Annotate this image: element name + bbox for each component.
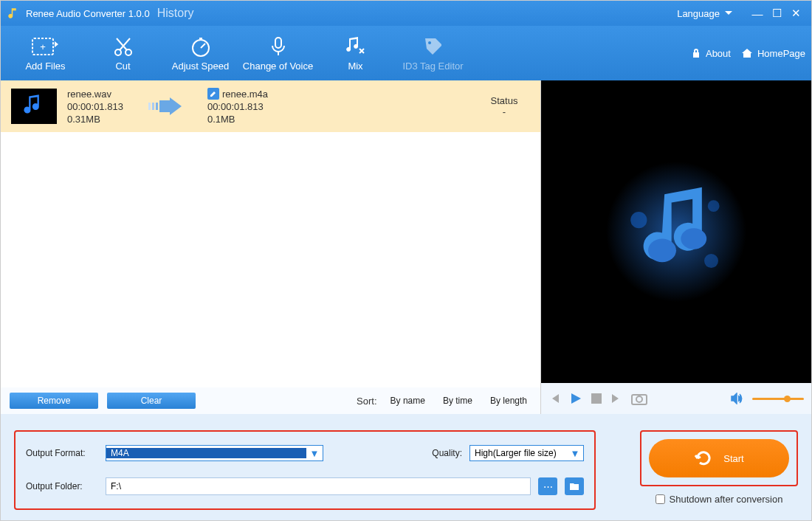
- source-filename: renee.wav: [67, 89, 123, 100]
- chevron-down-icon: ▼: [567, 448, 583, 459]
- home-icon: [741, 48, 753, 58]
- close-button[interactable]: ✕: [786, 7, 805, 20]
- shutdown-label: Shutdown after conversion: [670, 494, 783, 505]
- dest-size: 0.1MB: [207, 114, 268, 125]
- svg-point-13: [704, 254, 718, 268]
- format-value: M4A: [106, 448, 306, 458]
- svg-rect-8: [152, 103, 154, 110]
- output-panel: Output Format: M4A ▼ Quality: High(Large…: [1, 414, 811, 520]
- language-dropdown[interactable]: Language: [677, 8, 733, 19]
- sort-label: Sort:: [357, 396, 376, 407]
- homepage-link[interactable]: HomePage: [741, 48, 805, 59]
- cut-label: Cut: [115, 61, 130, 72]
- clear-button[interactable]: Clear: [107, 393, 196, 409]
- about-link[interactable]: About: [691, 48, 731, 59]
- volume-slider[interactable]: [752, 398, 804, 400]
- adjust-speed-button[interactable]: Adjust Speed: [162, 35, 239, 72]
- svg-point-12: [708, 200, 720, 212]
- add-files-label: Add Files: [25, 61, 65, 72]
- id3-editor-button: ID3 Tag Editor: [394, 35, 472, 72]
- svg-text:+: +: [40, 41, 46, 52]
- source-size: 0.31MB: [67, 114, 123, 125]
- change-voice-button[interactable]: Change of Voice: [239, 35, 317, 72]
- file-list: renee.wav 00:00:01.813 0.31MB renee.m4a …: [1, 80, 540, 387]
- quality-value: High(Larger file size): [470, 448, 567, 458]
- lock-icon: [691, 48, 701, 58]
- player-controls: [541, 383, 811, 414]
- preview-area: [541, 80, 811, 383]
- dest-filename: renee.m4a: [222, 89, 268, 100]
- app-logo-icon: [7, 7, 20, 20]
- svg-rect-7: [148, 103, 151, 110]
- preview-panel: [541, 80, 811, 414]
- change-voice-label: Change of Voice: [243, 61, 313, 72]
- start-button[interactable]: Start: [649, 439, 789, 477]
- mix-label: Mix: [348, 61, 362, 72]
- toolbar: + Add Files Cut Adjust Speed Change of V…: [1, 26, 811, 80]
- svg-point-11: [630, 212, 647, 228]
- svg-rect-5: [275, 38, 281, 48]
- start-box: Start: [640, 430, 798, 486]
- status-value: -: [478, 106, 530, 117]
- sort-by-name[interactable]: By name: [390, 396, 425, 406]
- play-button[interactable]: [569, 392, 582, 405]
- prev-button[interactable]: [548, 393, 560, 404]
- format-label: Output Format:: [26, 448, 98, 458]
- shutdown-checkbox[interactable]: Shutdown after conversion: [656, 494, 783, 505]
- svg-point-6: [428, 41, 431, 44]
- volume-icon[interactable]: [730, 393, 743, 404]
- arrow-right-icon: [147, 96, 184, 117]
- shutdown-checkbox-input[interactable]: [656, 494, 665, 504]
- cut-button[interactable]: Cut: [84, 35, 162, 72]
- output-folder-input[interactable]: [106, 477, 531, 495]
- snapshot-button[interactable]: [631, 392, 647, 405]
- add-files-button[interactable]: + Add Files: [7, 35, 84, 72]
- mix-button[interactable]: Mix: [317, 35, 394, 72]
- browse-folder-button[interactable]: [565, 477, 584, 495]
- svg-rect-16: [591, 393, 602, 404]
- app-title: Renee Audio Converter 1.0.0: [26, 8, 150, 19]
- language-label: Language: [677, 8, 720, 19]
- edit-icon[interactable]: [207, 88, 219, 100]
- about-label: About: [706, 48, 731, 59]
- titlebar: Renee Audio Converter 1.0.0 History Lang…: [1, 1, 811, 26]
- more-button[interactable]: ⋯: [538, 477, 557, 495]
- output-format-dropdown[interactable]: M4A ▼: [106, 445, 323, 461]
- file-row[interactable]: renee.wav 00:00:01.813 0.31MB renee.m4a …: [1, 80, 540, 132]
- remove-button[interactable]: Remove: [10, 393, 98, 409]
- history-link[interactable]: History: [157, 7, 194, 20]
- maximize-button[interactable]: ☐: [767, 7, 786, 20]
- next-button[interactable]: [610, 393, 622, 404]
- sort-by-time[interactable]: By time: [443, 396, 472, 406]
- id3-label: ID3 Tag Editor: [402, 61, 463, 72]
- output-settings-box: Output Format: M4A ▼ Quality: High(Large…: [14, 430, 596, 510]
- source-duration: 00:00:01.813: [67, 101, 123, 112]
- sort-by-length[interactable]: By length: [490, 396, 527, 406]
- folder-icon: [569, 482, 579, 491]
- folder-label: Output Folder:: [26, 481, 98, 491]
- svg-point-18: [636, 396, 642, 402]
- refresh-icon: [694, 449, 713, 468]
- quality-label: Quality:: [432, 448, 462, 458]
- stop-button[interactable]: [591, 393, 602, 404]
- svg-point-14: [648, 239, 676, 263]
- dest-duration: 00:00:01.813: [207, 101, 268, 112]
- svg-point-15: [681, 228, 706, 249]
- adjust-speed-label: Adjust Speed: [172, 61, 229, 72]
- minimize-button[interactable]: —: [748, 7, 767, 20]
- status-header: Status: [478, 95, 530, 106]
- chevron-down-icon: [724, 10, 733, 16]
- homepage-label: HomePage: [757, 48, 805, 59]
- start-label: Start: [723, 453, 743, 464]
- svg-rect-9: [156, 103, 158, 110]
- file-thumbnail: [11, 89, 57, 124]
- chevron-down-icon: ▼: [306, 448, 323, 459]
- quality-dropdown[interactable]: High(Larger file size) ▼: [469, 445, 584, 461]
- list-toolbar: Remove Clear Sort: By name By time By le…: [1, 387, 540, 414]
